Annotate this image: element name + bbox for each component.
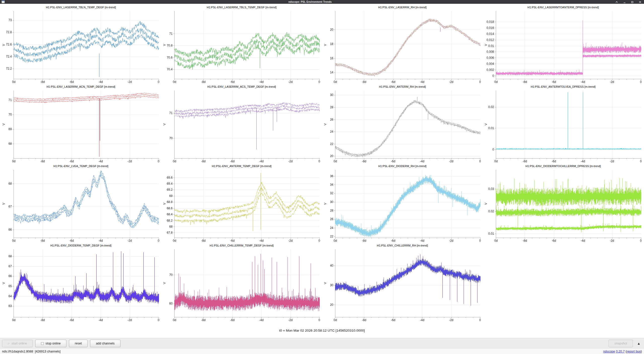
- plot-title: H1:PSL-ENV_CHILLERRM_TEMP_DEGF [m-trend]: [162, 243, 321, 248]
- toolbar-right: snapshot ▲: [609, 340, 642, 347]
- plot-panel: H1:PSL-ENV_LASERRM_RH [m-trend]: [323, 5, 482, 85]
- plots-grid: H1:PSL-ENV_LASERRM_TBLN_TEMP_DEGF [m-tre…: [2, 5, 642, 323]
- plot-panel: H1:PSL-ENV_LASERRM_TBLN_TEMP_DEGF [m-tre…: [2, 5, 160, 85]
- version-link[interactable]: 0.20.7: [616, 350, 625, 353]
- snapshot-button[interactable]: snapshot: [609, 340, 633, 347]
- plot-panel: H1:PSL-ENV_LASERRMTOANTERM_DPRESS [m-tre…: [484, 5, 642, 85]
- plot-canvas[interactable]: [162, 168, 321, 243]
- plot-canvas[interactable]: [323, 89, 482, 164]
- plot-panel: H1:PSL-ENV_DIODERM_TEMP_DEGF [m-trend]: [2, 243, 160, 323]
- plot-canvas[interactable]: [484, 89, 642, 164]
- window-icon: [2, 1, 5, 3]
- plot-title: H1:PSL-ENV_LASERRM_TBLN_TEMP_DEGF [m-tre…: [2, 5, 160, 10]
- window-title: ndscope: PSL Environment Trends: [5, 1, 615, 3]
- plot-canvas[interactable]: [2, 89, 160, 164]
- plot-title: H1:PSL-ENV_DIODERMTOCHILLERRM_DPRESS [m-…: [484, 164, 642, 168]
- plot-title: H1:PSL-ENV_LASERRMTOANTERM_DPRESS [m-tre…: [484, 5, 642, 10]
- statusbar-links: ndscope 0.20.7 (report bug): [603, 350, 642, 353]
- window-controls: [615, 1, 641, 3]
- nds-server-status: nds://h1daqnds1:8088 [426913 channels]: [2, 350, 61, 353]
- plot-canvas[interactable]: [162, 89, 321, 164]
- plot-panel: H1:PSL-ENV_CHILLERRM_TEMP_DEGF [m-trend]: [162, 243, 321, 323]
- plot-title: H1:PSL-ENV_CHILLERRM_RH [m-trend]: [323, 243, 482, 248]
- add-channels-label: add channels: [96, 342, 114, 345]
- empty-cell: [484, 243, 642, 323]
- start-online-label: start online: [12, 342, 27, 345]
- plot-title: H1:PSL-ENV_DIODERM_RH [m-trend]: [323, 164, 482, 168]
- minimize-icon[interactable]: [623, 1, 626, 3]
- stop-square-icon: [41, 342, 44, 345]
- plot-canvas[interactable]: [323, 10, 482, 84]
- plot-canvas[interactable]: [2, 10, 160, 84]
- start-online-button[interactable]: ▷ start online: [2, 340, 33, 347]
- play-icon: ▷: [8, 342, 10, 345]
- plot-canvas[interactable]: [323, 168, 482, 243]
- reset-label: reset: [75, 342, 82, 345]
- plot-title: H1:PSL-ENV_ANTERM_RH [m-trend]: [323, 85, 482, 89]
- plot-title: H1:PSL-ENV_LASERRM_RH [m-trend]: [323, 5, 482, 10]
- close-icon[interactable]: [639, 1, 641, 3]
- plots-area: H1:PSL-ENV_LASERRM_TBLN_TEMP_DEGF [m-tre…: [0, 4, 644, 323]
- plot-title: H1:PSL-ENV_DIODERM_TEMP_DEGF [m-trend]: [2, 243, 160, 248]
- plot-canvas[interactable]: [484, 10, 642, 84]
- ndscope-link[interactable]: ndscope: [603, 350, 615, 353]
- plot-title: H1:PSL-ENV_LASERRM_TBLS_TEMP_DEGF [m-tre…: [162, 5, 321, 10]
- statusbar: nds://h1daqnds1:8088 [426913 channels] n…: [0, 349, 644, 354]
- plot-canvas[interactable]: [323, 248, 482, 323]
- plot-canvas[interactable]: [484, 168, 642, 243]
- plot-panel: H1:PSL-ENV_LASERRM_TBLS_TEMP_DEGF [m-tre…: [162, 5, 321, 85]
- reset-button[interactable]: reset: [69, 340, 88, 347]
- plot-title: H1:PSL-ENV_LASERRM_ACN_TEMP_DEGF [m-tren…: [2, 85, 160, 89]
- plot-title: H1:PSL-ENV_LVEA_TEMP_DEGF [m-trend]: [2, 164, 160, 168]
- paren-close: ): [641, 350, 642, 353]
- report-bug-link[interactable]: report bug: [627, 350, 641, 353]
- plot-canvas[interactable]: [162, 10, 321, 84]
- plot-panel: H1:PSL-ENV_CHILLERRM_RH [m-trend]: [323, 243, 482, 323]
- t0-label: t0 = Mon Mar 02 2026 20:58:12 UTC [14565…: [0, 323, 644, 338]
- add-channels-button[interactable]: add channels: [90, 340, 120, 347]
- snapshot-label: snapshot: [614, 342, 627, 345]
- plot-canvas[interactable]: [2, 248, 160, 323]
- shade-icon[interactable]: [615, 1, 618, 3]
- plot-panel: H1:PSL-ENV_DIODERMTOCHILLERRM_DPRESS [m-…: [484, 164, 642, 243]
- plot-panel: H1:PSL-ENV_LVEA_TEMP_DEGF [m-trend]: [2, 164, 160, 243]
- plot-panel: H1:PSL-ENV_ANTERM_TEMP_DEGF [m-trend]: [162, 164, 321, 243]
- bottom-toolbar: ▷ start online stop online reset add cha…: [0, 338, 644, 349]
- plot-title: H1:PSL-ENV_LASERRM_ACS_TEMP_DEGF [m-tren…: [162, 85, 321, 89]
- plot-panel: H1:PSL-ENV_DIODERM_RH [m-trend]: [323, 164, 482, 243]
- maximize-icon[interactable]: [631, 1, 634, 3]
- plot-panel: H1:PSL-ENV_LASERRM_ACS_TEMP_DEGF [m-tren…: [162, 85, 321, 164]
- plot-title: H1:PSL-ENV_ANTERM_TEMP_DEGF [m-trend]: [162, 164, 321, 168]
- plot-canvas[interactable]: [162, 248, 321, 323]
- stop-online-button[interactable]: stop online: [35, 340, 66, 347]
- plot-title: H1:PSL-ENV_ANTERMTOLVEA_DPRESS [m-trend]: [484, 85, 642, 89]
- plot-canvas[interactable]: [2, 168, 160, 243]
- stop-online-label: stop online: [46, 342, 61, 345]
- window-titlebar: ndscope: PSL Environment Trends: [0, 0, 644, 4]
- plot-panel: H1:PSL-ENV_ANTERMTOLVEA_DPRESS [m-trend]: [484, 85, 642, 164]
- plot-panel: H1:PSL-ENV_ANTERM_RH [m-trend]: [323, 85, 482, 164]
- plot-panel: H1:PSL-ENV_LASERRM_ACN_TEMP_DEGF [m-tren…: [2, 85, 160, 164]
- drawer-toggle-icon[interactable]: ▲: [637, 341, 640, 345]
